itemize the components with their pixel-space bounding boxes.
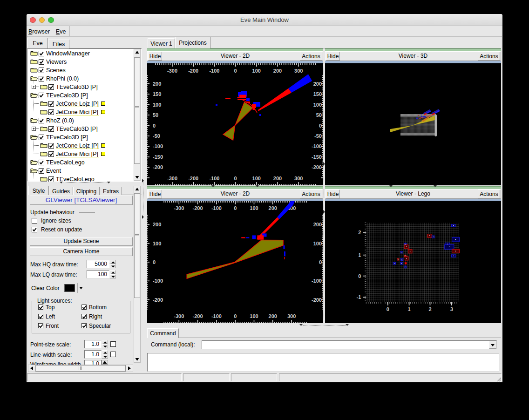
svg-text:200: 200 bbox=[153, 81, 161, 87]
svg-text:0: 0 bbox=[153, 123, 156, 129]
svg-text:100: 100 bbox=[153, 102, 161, 108]
svg-text:0: 0 bbox=[234, 176, 237, 181]
svg-text:-200: -200 bbox=[193, 205, 203, 211]
svg-text:100: 100 bbox=[252, 68, 261, 74]
svg-text:-150: -150 bbox=[153, 154, 163, 160]
svg-text:3: 3 bbox=[450, 306, 453, 312]
svg-text:100: 100 bbox=[252, 176, 261, 181]
svg-text:-100: -100 bbox=[209, 68, 219, 74]
svg-text:0: 0 bbox=[358, 273, 361, 279]
svg-text:2: 2 bbox=[358, 230, 361, 235]
svg-text:-200: -200 bbox=[188, 176, 198, 181]
svg-text:0: 0 bbox=[319, 259, 322, 265]
svg-text:-200: -200 bbox=[153, 164, 163, 170]
svg-text:200: 200 bbox=[269, 205, 277, 211]
svg-text:300: 300 bbox=[294, 176, 303, 181]
svg-text:-50: -50 bbox=[314, 133, 322, 139]
svg-text:-300: -300 bbox=[174, 205, 184, 211]
svg-text:0: 0 bbox=[387, 306, 389, 312]
svg-text:1: 1 bbox=[358, 252, 361, 258]
svg-text:200: 200 bbox=[313, 222, 322, 227]
svg-text:-100: -100 bbox=[211, 205, 222, 211]
svg-text:300: 300 bbox=[287, 313, 296, 319]
svg-text:-100: -100 bbox=[312, 278, 322, 284]
svg-text:100: 100 bbox=[250, 313, 258, 319]
svg-text:0: 0 bbox=[234, 68, 237, 74]
svg-text:50: 50 bbox=[316, 112, 322, 118]
svg-text:300: 300 bbox=[294, 68, 303, 74]
svg-text:1: 1 bbox=[408, 306, 411, 312]
svg-text:-50: -50 bbox=[153, 133, 160, 139]
svg-text:200: 200 bbox=[153, 222, 161, 227]
svg-text:0: 0 bbox=[153, 259, 156, 265]
svg-text:-300: -300 bbox=[167, 176, 177, 181]
svg-text:-300: -300 bbox=[167, 68, 177, 74]
svg-text:-200: -200 bbox=[153, 297, 163, 303]
svg-text:-100: -100 bbox=[153, 278, 163, 284]
svg-text:-200: -200 bbox=[188, 68, 198, 74]
svg-text:200: 200 bbox=[273, 176, 282, 181]
svg-text:-100: -100 bbox=[209, 176, 219, 181]
svg-text:0: 0 bbox=[234, 313, 237, 319]
svg-text:100: 100 bbox=[313, 241, 322, 246]
svg-text:0: 0 bbox=[319, 123, 322, 129]
svg-text:-100: -100 bbox=[312, 143, 322, 149]
svg-text:100: 100 bbox=[250, 205, 258, 211]
svg-text:-200: -200 bbox=[193, 313, 203, 319]
svg-text:100: 100 bbox=[153, 241, 161, 246]
svg-text:50: 50 bbox=[153, 112, 158, 118]
svg-text:-100: -100 bbox=[153, 143, 163, 149]
svg-text:2: 2 bbox=[428, 306, 431, 312]
svg-text:-200: -200 bbox=[312, 297, 322, 303]
svg-text:200: 200 bbox=[269, 313, 277, 319]
svg-text:-1: -1 bbox=[357, 294, 361, 300]
svg-text:200: 200 bbox=[273, 68, 282, 74]
svg-text:150: 150 bbox=[313, 91, 322, 97]
svg-text:-200: -200 bbox=[312, 164, 322, 170]
svg-text:0: 0 bbox=[234, 205, 237, 211]
svg-text:-150: -150 bbox=[312, 154, 322, 160]
svg-text:200: 200 bbox=[313, 81, 322, 87]
svg-text:-100: -100 bbox=[211, 313, 222, 319]
svg-text:150: 150 bbox=[153, 91, 161, 97]
svg-text:-300: -300 bbox=[174, 313, 184, 319]
svg-text:100: 100 bbox=[313, 102, 322, 108]
